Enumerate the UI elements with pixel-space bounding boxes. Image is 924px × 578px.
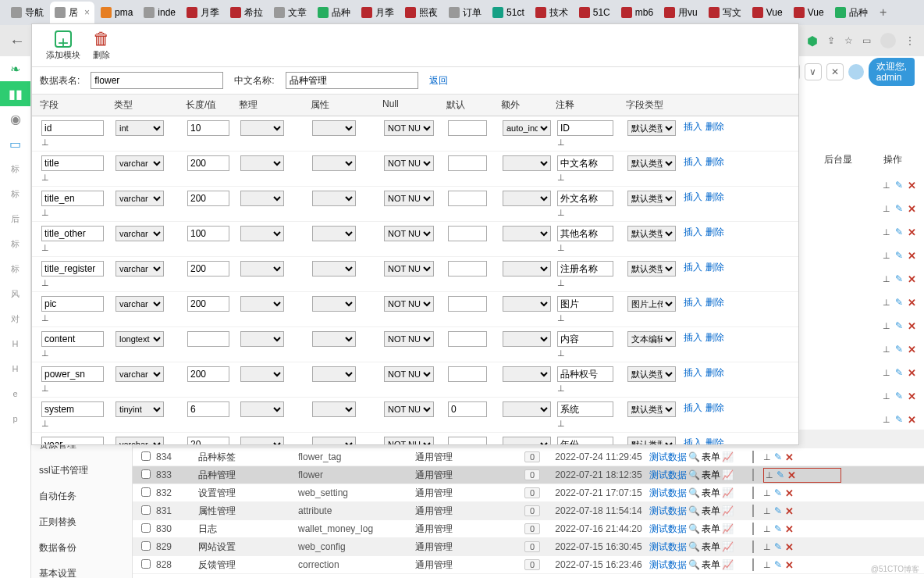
type-select[interactable]: varchar (116, 191, 164, 206)
table-row[interactable]: 830 日志 wallet_money_log 通用管理 0 2022-07-1… (133, 520, 924, 538)
field-input[interactable] (41, 366, 104, 382)
test-data-link[interactable]: 测试数据 (649, 558, 688, 572)
sidebar-letter[interactable]: 标 (0, 156, 30, 181)
null-select[interactable]: NOT NUL (384, 437, 434, 444)
collation-select[interactable] (240, 331, 284, 347)
comment-input[interactable] (557, 296, 613, 312)
delete-icon[interactable]: ✕ (787, 469, 796, 481)
fieldtype-select[interactable]: 默认类型 (627, 401, 676, 417)
browser-tab[interactable]: 照夜 (400, 2, 442, 23)
form-link[interactable]: 表单 (702, 558, 720, 572)
comment-input[interactable] (557, 226, 613, 241)
sidebar-item[interactable]: 数据备份 (31, 535, 132, 561)
tree-icon[interactable]: ⊥ (557, 348, 568, 358)
tree-icon[interactable]: ⊥ (557, 313, 568, 323)
form-link[interactable]: 表单 (702, 487, 720, 500)
edit-icon[interactable]: ✎ (895, 203, 903, 214)
type-select[interactable]: varchar (116, 296, 164, 312)
fieldtype-select[interactable]: 默认类型 (627, 261, 676, 277)
field-input[interactable] (41, 155, 104, 171)
tree-icon[interactable]: ⊥ (883, 368, 890, 378)
delete-icon[interactable]: ✕ (785, 505, 794, 517)
extra-select[interactable]: auto_inc (503, 120, 551, 136)
chart-icon[interactable]: 📈 (722, 541, 734, 552)
attr-select[interactable] (312, 226, 356, 241)
field-input[interactable] (41, 261, 104, 277)
sidebar-item[interactable]: 正则替换 (31, 509, 132, 535)
tree-icon[interactable]: ⊥ (41, 137, 52, 147)
tree-icon[interactable]: ⊥ (41, 173, 52, 182)
tree-icon[interactable]: ⊥ (763, 560, 771, 570)
edit-icon[interactable]: ✎ (774, 523, 782, 534)
null-select[interactable]: NOT NUL (384, 261, 434, 277)
extra-select[interactable] (503, 155, 551, 171)
comment-input[interactable] (557, 261, 613, 277)
attr-select[interactable] (312, 366, 356, 382)
attr-select[interactable] (312, 331, 356, 347)
extra-select[interactable] (503, 437, 551, 444)
monitor-icon[interactable]: ▭ (0, 131, 30, 156)
bookmark-icon[interactable]: ☆ (844, 35, 853, 46)
table-row[interactable]: 829 网站设置 web_config 通用管理 0 2022-07-15 16… (133, 538, 924, 556)
sidebar-item[interactable]: 自动任务 (31, 483, 132, 509)
edit-icon[interactable]: ✎ (895, 367, 903, 378)
edit-icon[interactable]: ✎ (895, 297, 903, 308)
tree-icon[interactable]: ⊥ (883, 298, 890, 308)
form-link[interactable]: 表单 (702, 541, 720, 554)
insert-link[interactable]: 插入 (684, 191, 702, 202)
sidebar-letter[interactable]: H (0, 356, 30, 381)
attr-select[interactable] (312, 155, 356, 171)
form-link[interactable]: 表单 (702, 451, 720, 464)
table-row[interactable]: 828 反馈管理 correction 通用管理 0 2022-07-15 16… (133, 556, 924, 574)
collation-select[interactable] (240, 226, 284, 241)
comment-input[interactable] (557, 331, 613, 347)
edit-icon[interactable]: ✎ (895, 250, 903, 261)
tree-icon[interactable]: ⊥ (557, 419, 568, 428)
default-input[interactable] (448, 437, 487, 444)
chart-icon[interactable]: 📈 (722, 559, 734, 570)
length-input[interactable] (187, 191, 229, 206)
row-checkbox[interactable] (141, 559, 151, 569)
sidebar-letter[interactable]: p (0, 406, 30, 431)
delete-icon[interactable]: ✕ (908, 367, 916, 379)
browser-tab[interactable]: 月季 (357, 2, 399, 23)
extra-select[interactable] (503, 191, 551, 206)
extra-select[interactable] (503, 401, 551, 417)
avatar[interactable] (848, 64, 864, 80)
delete-icon[interactable]: ✕ (785, 541, 794, 553)
form-link[interactable]: 表单 (702, 469, 720, 482)
browser-tab[interactable]: mb6 (617, 2, 658, 23)
tree-icon[interactable]: ⊥ (41, 278, 52, 287)
extension-icon[interactable]: ⬢ (807, 34, 818, 48)
browser-tab[interactable]: 技术 (531, 2, 573, 23)
collation-select[interactable] (240, 437, 284, 444)
row-checkbox[interactable] (141, 523, 151, 533)
default-input[interactable] (448, 120, 487, 136)
fieldtype-select[interactable]: 默认类型 (627, 437, 676, 444)
null-select[interactable]: NOT NUL (384, 401, 434, 417)
tree-icon[interactable]: ⊥ (763, 452, 771, 462)
fieldtype-select[interactable]: 默认类型 (627, 366, 676, 382)
length-input[interactable] (187, 261, 229, 277)
edit-icon[interactable]: ✎ (895, 227, 903, 237)
field-input[interactable] (41, 191, 104, 206)
insert-link[interactable]: 插入 (684, 227, 702, 237)
tree-icon[interactable]: ⊥ (883, 344, 890, 355)
browser-tab[interactable]: inde (139, 2, 180, 23)
new-tab-button[interactable]: + (874, 5, 893, 20)
search-icon[interactable]: 🔍 (688, 487, 700, 498)
delete-icon[interactable]: ✕ (908, 391, 916, 402)
edit-icon[interactable]: ✎ (774, 541, 782, 552)
delete-icon[interactable]: ✕ (908, 344, 916, 355)
length-input[interactable] (187, 120, 229, 136)
back-button[interactable]: ← (9, 32, 25, 50)
delete-button[interactable]: 🗑 删除 (87, 29, 116, 62)
delete-link[interactable]: 删除 (705, 121, 724, 132)
default-input[interactable] (448, 296, 487, 312)
page-icon[interactable] (752, 541, 754, 553)
null-select[interactable]: NOT NUL (384, 155, 434, 171)
edit-icon[interactable]: ✎ (774, 451, 782, 462)
browser-tab[interactable]: 文章 (269, 2, 311, 23)
close-icon[interactable]: ✕ (826, 63, 844, 80)
page-icon[interactable] (752, 523, 754, 535)
